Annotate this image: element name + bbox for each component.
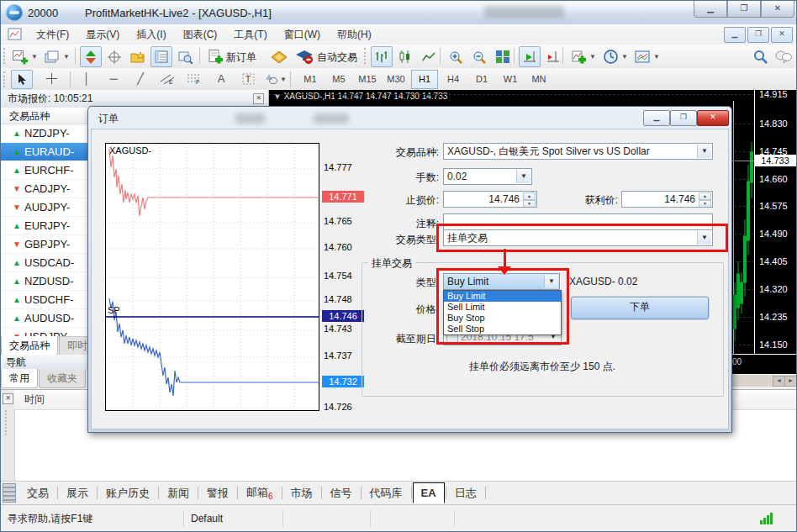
- timeframe-d1[interactable]: D1: [468, 70, 495, 89]
- volume-select-arrow-icon[interactable]: ▼: [516, 170, 530, 183]
- timeframe-m5[interactable]: M5: [325, 70, 352, 89]
- bottom-tab-6[interactable]: 市场: [283, 482, 320, 504]
- takeprofit-input[interactable]: 14.746 ▲▼: [621, 191, 713, 208]
- timeframe-h1[interactable]: H1: [411, 70, 438, 89]
- navigator-tab-1[interactable]: 收藏夹: [39, 370, 86, 388]
- dialog-minimize-button[interactable]: ▁: [643, 110, 670, 126]
- time-column-header[interactable]: 时间: [24, 393, 45, 405]
- place-order-button[interactable]: 下单: [571, 297, 709, 319]
- autotrading-label[interactable]: 自动交易: [317, 50, 357, 65]
- trendline-tool-button[interactable]: ╱: [130, 70, 150, 87]
- candlestick-chart-button[interactable]: [394, 46, 416, 67]
- data-window-crosshair-button[interactable]: [103, 46, 125, 67]
- line-chart-button[interactable]: [418, 46, 440, 67]
- new-chart-button[interactable]: [9, 46, 31, 67]
- dialog-close-button[interactable]: ✕: [697, 110, 729, 126]
- bottom-tab-1[interactable]: 展示: [59, 482, 96, 504]
- timeframe-m15[interactable]: M15: [354, 70, 381, 89]
- bottom-tab-4[interactable]: 警报: [199, 482, 236, 504]
- stoploss-input[interactable]: 14.746 ▲▼: [443, 191, 537, 208]
- autotrading-button[interactable]: [293, 46, 315, 67]
- symbol-select-arrow-icon[interactable]: ▼: [697, 145, 711, 158]
- autoscroll-button[interactable]: [519, 46, 541, 67]
- bottom-tab-0[interactable]: 交易: [19, 482, 56, 504]
- chat-button[interactable]: [773, 46, 794, 67]
- status-profile[interactable]: Default: [184, 510, 283, 527]
- menu-item-6[interactable]: 帮助(H): [329, 25, 380, 45]
- indicators-button[interactable]: [567, 46, 589, 67]
- chart-shift-button[interactable]: [542, 46, 564, 67]
- tile-windows-button[interactable]: [492, 46, 514, 67]
- menu-item-5[interactable]: 窗口(W): [276, 25, 329, 45]
- bottom-tab-8[interactable]: 代码库: [362, 482, 410, 504]
- dialog-restore-button[interactable]: ❐: [670, 110, 697, 126]
- horizontal-line-tool-button[interactable]: ─: [103, 70, 124, 87]
- vertical-line-tool-button[interactable]: │: [77, 70, 97, 87]
- timeframe-w1[interactable]: W1: [497, 70, 524, 89]
- menu-item-2[interactable]: 插入(I): [128, 25, 174, 45]
- scroll-right-arrow[interactable]: ►: [784, 376, 797, 387]
- spin-up-icon[interactable]: ▲: [699, 192, 711, 200]
- periods-dropdown-arrow[interactable]: ▼: [621, 53, 628, 61]
- menu-item-3[interactable]: 图表(C): [175, 25, 226, 45]
- cursor-tool-button[interactable]: [11, 70, 33, 89]
- new-chart-dropdown-arrow[interactable]: ▼: [31, 53, 38, 61]
- menu-item-1[interactable]: 显示(V): [77, 25, 128, 45]
- shapes-dropdown-arrow[interactable]: ▼: [280, 76, 287, 83]
- bottom-tab-10[interactable]: 日志: [447, 482, 484, 504]
- timeframe-m1[interactable]: M1: [297, 70, 324, 89]
- market-watch-tab-0[interactable]: 交易品种: [1, 336, 58, 356]
- takeprofit-spinner[interactable]: ▲▼: [699, 192, 711, 206]
- new-order-label[interactable]: 新订单: [226, 50, 256, 65]
- zoom-out-button[interactable]: [468, 46, 490, 67]
- terminal-grip[interactable]: [5, 410, 10, 435]
- text-label-tool-button[interactable]: T: [238, 70, 258, 87]
- timeframe-m30[interactable]: M30: [383, 70, 409, 89]
- navigator-tab-0[interactable]: 常用: [1, 369, 38, 388]
- bottom-tab-3[interactable]: 新闻: [160, 482, 197, 504]
- favorites-button[interactable]: [127, 46, 149, 67]
- menu-item-0[interactable]: 文件(F): [28, 25, 77, 45]
- mdi-minimize-button[interactable]: ▁: [724, 27, 746, 43]
- symbol-select[interactable]: XAGUSD-, 白银美元 Spot Silver vs US Dollar ▼: [443, 143, 713, 160]
- bottom-tab-9[interactable]: EA: [413, 482, 445, 503]
- close-button[interactable]: ✕: [761, 1, 794, 18]
- text-tool-button[interactable]: A: [211, 70, 231, 87]
- minimize-button[interactable]: ▁: [694, 1, 727, 18]
- fibonacci-tool-button[interactable]: F: [184, 70, 204, 87]
- strategy-tester-button[interactable]: [174, 46, 196, 67]
- crosshair-tool-button[interactable]: [41, 70, 61, 87]
- indicators-dropdown-arrow[interactable]: ▼: [589, 53, 596, 61]
- templates-button[interactable]: [631, 46, 653, 67]
- new-order-button[interactable]: [204, 46, 226, 67]
- experts-button[interactable]: [268, 46, 290, 67]
- periods-button[interactable]: [599, 46, 621, 67]
- bottom-tab-2[interactable]: 账户历史: [98, 482, 157, 504]
- terminal-close-icon[interactable]: ✕: [3, 393, 13, 404]
- zoom-in-button[interactable]: [445, 46, 467, 67]
- shapes-tool-button[interactable]: [261, 70, 282, 87]
- spin-down-icon[interactable]: ▼: [699, 200, 711, 208]
- bottom-tab-5[interactable]: 邮箱6: [239, 482, 281, 504]
- restore-button[interactable]: ❐: [727, 1, 761, 18]
- scroll-left-arrow[interactable]: ◄: [773, 376, 785, 387]
- volume-select[interactable]: 0.02 ▼: [443, 168, 532, 185]
- bar-chart-button[interactable]: [371, 46, 393, 67]
- bottom-tab-7[interactable]: 信号: [323, 482, 360, 504]
- menu-item-4[interactable]: 工具(T): [225, 25, 275, 45]
- toolbar-grip[interactable]: [3, 71, 8, 87]
- mdi-restore-button[interactable]: ❐: [747, 27, 769, 43]
- market-watch-close-icon[interactable]: ✕: [253, 93, 264, 104]
- profiles-dropdown-arrow[interactable]: ▼: [63, 53, 70, 61]
- mdi-close-button[interactable]: ✕: [771, 27, 793, 43]
- channel-tool-button[interactable]: E: [157, 70, 177, 87]
- search-button[interactable]: [749, 46, 771, 67]
- ticker-icon[interactable]: [3, 483, 16, 503]
- profiles-button[interactable]: [41, 46, 63, 67]
- data-window-toggle-button[interactable]: [150, 46, 172, 67]
- templates-dropdown-arrow[interactable]: ▼: [653, 53, 660, 61]
- timeframe-mn[interactable]: MN: [525, 70, 552, 89]
- market-watch-toggle-button[interactable]: [80, 46, 102, 67]
- toolbar-grip[interactable]: [3, 48, 8, 64]
- timeframe-h4[interactable]: H4: [440, 70, 467, 89]
